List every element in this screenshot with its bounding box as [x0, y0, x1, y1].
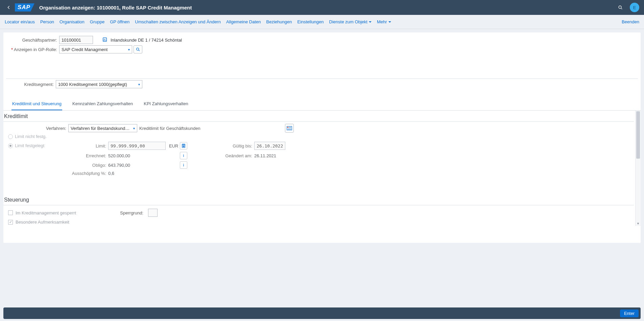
toolbar-person[interactable]: Person: [40, 19, 54, 24]
role-combobox[interactable]: SAP Credit Managment ▾: [59, 45, 132, 53]
segment-combobox[interactable]: 1000 Kreditsegment 1000(gepflegt) ▾: [56, 80, 142, 88]
ausschoepfung-label: Ausschöpfung %:: [49, 171, 108, 176]
chevron-down-icon: ▾: [138, 83, 140, 86]
checkbox-aufmerksamkeit-row: Besondere Aufmerksamkeit: [3, 218, 641, 226]
user-avatar[interactable]: E: [630, 3, 639, 12]
geaendert-am-value: 26.11.2021: [254, 153, 291, 158]
radio-limit-nicht-festgelegt: Limit nicht festg.: [3, 133, 641, 140]
info-icon-button[interactable]: i: [180, 152, 187, 159]
svg-rect-10: [183, 145, 184, 145]
svg-point-2: [137, 48, 139, 50]
tab-content: Kreditlimit Verfahren: Verfahren für Bes…: [3, 111, 641, 226]
steuerung-section-title: Steuerung: [3, 194, 641, 204]
back-button[interactable]: [3, 1, 15, 14]
svg-point-11: [183, 146, 183, 146]
segment-label: Kreditsegment:: [3, 82, 56, 87]
toolbar-toggle-display-change[interactable]: Umschalten zwischen Anzeigen und Ändern: [135, 19, 221, 24]
chevron-down-icon: ▾: [133, 127, 135, 130]
tab-kennzahlen[interactable]: Kennzahlen Zahlungsverhalten: [72, 98, 134, 110]
svg-rect-4: [287, 127, 288, 128]
radio-label: Limit festgelegt: [15, 142, 47, 148]
svg-point-16: [184, 146, 184, 147]
toolbar-organisation[interactable]: Organisation: [59, 19, 85, 24]
role-label: Anzeigen in GP-Rolle:: [3, 47, 59, 52]
errechnet-value: 520.000,00: [108, 153, 169, 158]
checkbox-gesperrt: [8, 210, 13, 215]
radio-limit-festgelegt: Limit festgelegt Limit: EUR Gültig bis: …: [3, 140, 641, 177]
toolbar-gruppe[interactable]: Gruppe: [90, 19, 104, 24]
obligo-value: 643.790,00: [108, 163, 169, 168]
page-title: Organisation anzeigen: 10100001, Rolle S…: [39, 5, 192, 10]
ausschoepfung-value: 0,6: [108, 171, 169, 176]
gueltig-bis-label: Gültig bis:: [217, 143, 254, 148]
toolbar-mehr[interactable]: Mehr: [377, 19, 391, 24]
toolbar-locator[interactable]: Locator ein/aus: [5, 19, 35, 24]
chevron-down-icon: ▾: [128, 48, 130, 51]
bp-input[interactable]: [59, 36, 93, 44]
checkbox-aufmerksamkeit: [8, 220, 13, 225]
obligo-label: Obligo:: [49, 163, 108, 168]
sperrgrund-label: Sperrgrund:: [120, 210, 145, 215]
svg-point-15: [183, 146, 184, 147]
scroll-thumb[interactable]: [636, 111, 640, 159]
svg-point-13: [184, 146, 184, 146]
shell-header: SAP Organisation anzeigen: 10100001, Rol…: [0, 0, 644, 15]
limit-label: Limit:: [49, 143, 108, 148]
svg-rect-8: [287, 129, 291, 130]
radio-label: Limit nicht festg.: [15, 134, 47, 139]
global-search-button[interactable]: [614, 1, 626, 14]
verfahren-description: Kreditlimit für Geschäftskunden: [139, 126, 200, 131]
checkbox-gesperrt-row: Im Kreditmanagement gesperrt Sperrgrund:: [3, 207, 641, 218]
svg-rect-7: [287, 129, 291, 129]
toolbar-beenden[interactable]: Beenden: [622, 19, 639, 24]
sperrgrund-input[interactable]: [148, 209, 158, 217]
toolbar-einstellungen[interactable]: Einstellungen: [297, 19, 324, 24]
role-search-button[interactable]: [134, 45, 142, 53]
limit-currency: EUR: [169, 143, 180, 148]
svg-point-14: [183, 146, 183, 147]
bp-label: Geschäftspartner:: [3, 38, 59, 43]
detail-icon-button[interactable]: [285, 124, 294, 133]
scroll-down-icon[interactable]: ▼: [636, 222, 641, 225]
calculator-icon-button[interactable]: [180, 142, 187, 150]
errechnet-label: Errechnet:: [49, 153, 108, 158]
tab-kpi[interactable]: KPI Zahlungsverhalten: [143, 98, 189, 110]
gesperrt-label: Im Kreditmanagement gesperrt: [16, 210, 117, 215]
org-chart-icon[interactable]: [102, 37, 107, 43]
info-icon-button[interactable]: i: [180, 161, 187, 169]
limit-input[interactable]: [108, 142, 166, 150]
tabbar: Kreditlimit und Steuerung Kennzahlen Zah…: [3, 98, 641, 111]
sap-logo: SAP: [15, 3, 34, 12]
toolbar-allgemeine-daten[interactable]: Allgemeine Daten: [226, 19, 261, 24]
aufmerksamkeit-label: Besondere Aufmerksamkeit: [16, 220, 69, 225]
bp-description: Inlandskunde DE 1 / 74214 Schöntal: [111, 38, 182, 43]
toolbar-beziehungen[interactable]: Beziehungen: [266, 19, 292, 24]
toolbar-gp-oeffnen[interactable]: GP öffnen: [110, 19, 129, 24]
tab-kreditlimit[interactable]: Kreditlimit und Steuerung: [11, 98, 62, 110]
geaendert-am-label: Geändert am:: [217, 153, 254, 158]
toolbar: Locator ein/aus Person Organisation Grup…: [0, 15, 644, 29]
svg-rect-6: [289, 128, 291, 128]
gueltig-bis-input[interactable]: [254, 142, 285, 150]
verfahren-label: Verfahren:: [5, 126, 68, 131]
svg-point-12: [183, 146, 184, 146]
svg-point-0: [619, 6, 621, 8]
scrollbar[interactable]: ▲ ▼: [635, 111, 641, 226]
verfahren-combobox[interactable]: Verfahren für Bestandskunden - ... ▾: [68, 124, 137, 132]
svg-rect-5: [289, 127, 291, 127]
kreditlimit-section-title: Kreditlimit: [3, 111, 641, 121]
main-panel: Geschäftspartner: Inlandskunde DE 1 / 74…: [3, 32, 641, 243]
toolbar-dienste-zum-objekt[interactable]: Dienste zum Objekt: [329, 19, 372, 24]
